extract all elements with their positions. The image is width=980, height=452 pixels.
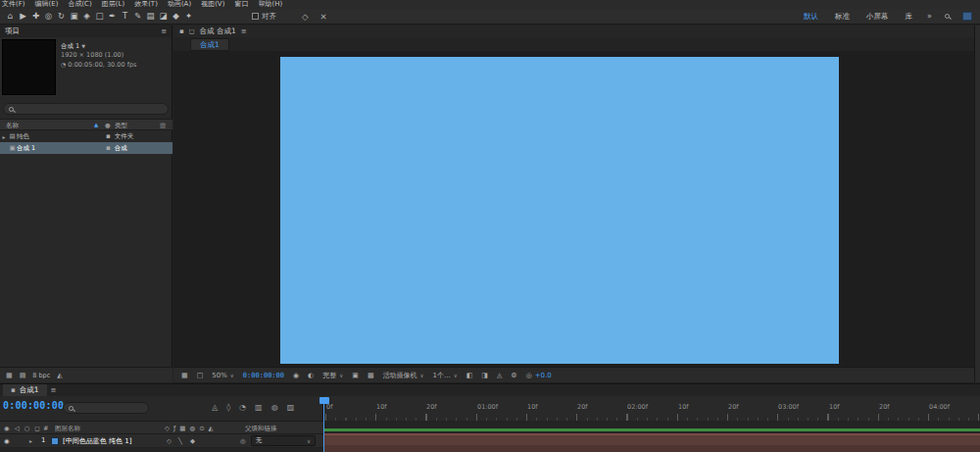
type-tool-icon[interactable]: T [119, 9, 131, 24]
workspace-default[interactable]: 默认 [802, 11, 820, 23]
bit-depth-button[interactable]: 8 bpc [32, 372, 50, 379]
workspace-standard[interactable]: 标准 [833, 11, 852, 23]
layer-collapse-switch-icon[interactable]: ◆ [190, 437, 195, 445]
video-column-icon[interactable]: ◉ [4, 425, 10, 432]
motion-blur-icon[interactable]: ◍ [271, 403, 278, 412]
mask-tool-icon[interactable]: □ [93, 9, 106, 24]
layer-label-chip[interactable] [51, 437, 59, 445]
viewer-timecode[interactable]: 0:00:00:00 [243, 372, 284, 379]
item-name[interactable]: 合成 1 [17, 144, 35, 153]
workspace-small-screen[interactable]: 小屏幕 [864, 11, 891, 23]
layer-eye-icon[interactable]: ◉ [4, 437, 10, 445]
interpret-footage-icon[interactable]: ▦ [6, 372, 13, 379]
comp-breadcrumb[interactable]: 合成1 [190, 38, 229, 51]
comp-panel-menu-icon[interactable]: ≡ [241, 27, 247, 35]
rotation-tool-icon[interactable]: ↻ [55, 9, 68, 24]
comp-panel-title[interactable]: 合成 合成1 [200, 26, 236, 36]
fast-previews-icon[interactable]: ◨ [481, 372, 488, 379]
3d-switch-icon[interactable]: ◭ [209, 425, 214, 432]
grid-options-icon[interactable]: ▦ [181, 372, 188, 379]
draft-3d-icon[interactable]: ◊ [226, 403, 230, 412]
menu-window[interactable]: 窗口 [234, 0, 248, 9]
audio-column-icon[interactable]: ◁ [15, 425, 20, 432]
snap-toggle[interactable]: 对齐 [252, 12, 276, 22]
layer-row-1[interactable]: ◉ ▸ 1 [中间色品蓝色 纯色 1] ◇ ╲ ◆ ◎ 无 ∨ [0, 434, 323, 448]
lock-column-icon[interactable]: ◻ [34, 425, 39, 432]
sort-ascending-icon[interactable]: ▲ [94, 122, 98, 127]
workspace-search-icon[interactable] [945, 14, 950, 19]
comp-mini-flowchart-icon[interactable]: ◬ [212, 403, 218, 412]
show-snapshot-icon[interactable]: ◐ [308, 372, 314, 379]
current-time-display[interactable]: 0:00:00:00 [3, 400, 64, 411]
project-panel-title[interactable]: 项目 [5, 26, 20, 36]
hide-shy-layers-icon[interactable]: ◔ [239, 403, 246, 412]
layer-slash-switch-icon[interactable]: ╲ [178, 437, 182, 445]
layer-duration-bar[interactable] [323, 433, 980, 452]
clone-stamp-tool-icon[interactable]: ▤ [144, 9, 157, 24]
view-layout-dropdown[interactable]: 1个... ∨ [433, 371, 458, 380]
pixel-aspect-icon[interactable]: ◧ [466, 372, 473, 379]
project-row-comp1[interactable]: ▣ 合成 1 ▪ 合成 [0, 142, 172, 154]
item-name[interactable]: 纯色 [17, 132, 29, 141]
magnification-dropdown[interactable]: 50% ∨ [212, 372, 234, 379]
menu-composition[interactable]: 合成(C) [68, 0, 91, 9]
fx-switch-icon[interactable]: ƒ [173, 425, 175, 432]
home-tool-icon[interactable]: ⌂ [4, 9, 17, 24]
label-column-icon[interactable]: ● [105, 122, 111, 129]
layer-name[interactable]: [中间色品蓝色 纯色 1] [63, 436, 131, 446]
gear-icon[interactable]: ⚙ [511, 372, 516, 379]
timeline-ruler[interactable]: 0f 10f 20f 01:00f 10f 20f 02:00f 10f 20f… [323, 396, 980, 421]
folder-expand-icon[interactable]: ▸ [0, 133, 8, 140]
camera-tool-icon[interactable]: ▣ [68, 9, 80, 24]
snap-checkbox[interactable] [252, 13, 259, 20]
mask-visibility-icon[interactable]: □ [197, 372, 204, 379]
workspace-overflow-icon[interactable]: » [927, 12, 932, 21]
zoom-tool-icon[interactable]: ◎ [42, 9, 55, 24]
timeline-jump-icon[interactable]: ◬ [497, 372, 502, 379]
resolution-dropdown[interactable]: 完整 ∨ [322, 371, 343, 380]
project-search-input[interactable] [3, 103, 169, 115]
project-row-solids-folder[interactable]: ▸ ▤ 纯色 ▪ 文件夹 [0, 130, 172, 142]
layer-quality-switch-icon[interactable]: ◇ [167, 437, 172, 445]
hand-tool-icon[interactable]: ✚ [29, 9, 42, 24]
column-type-header[interactable]: 类型 [115, 122, 127, 130]
menu-help[interactable]: 帮助(H) [258, 0, 282, 9]
adjustment-switch-icon[interactable]: ⊙ [199, 425, 204, 432]
snapshot-icon[interactable]: ◉ [293, 372, 299, 379]
timeline-search-input[interactable] [63, 402, 149, 414]
puppet-pin-tool-icon[interactable]: ✦ [182, 9, 195, 24]
menu-effect[interactable]: 效果(T) [134, 0, 158, 9]
menu-layer[interactable]: 图层(L) [102, 0, 124, 9]
new-folder-icon[interactable]: ▤ [20, 372, 26, 379]
roto-brush-tool-icon[interactable]: ◆ [170, 9, 182, 24]
selection-tool-icon[interactable]: ▶ [17, 9, 29, 24]
brush-tool-icon[interactable]: ✎ [131, 9, 144, 24]
pan-behind-tool-icon[interactable]: ◈ [80, 9, 93, 24]
pen-tool-icon[interactable]: ✒ [106, 9, 119, 24]
timeline-panel-menu-icon[interactable]: ≡ [51, 386, 57, 394]
parent-dropdown[interactable]: 无 ∨ [251, 435, 316, 446]
layer-expand-icon[interactable]: ▸ [29, 437, 32, 444]
project-panel-menu-icon[interactable]: ≡ [161, 27, 167, 35]
column-options-icon[interactable]: ▥ [160, 122, 166, 129]
viewer-lock-icon[interactable]: ◻ [189, 27, 195, 35]
new-composition-icon[interactable]: ◭ [57, 372, 62, 379]
column-name-header[interactable]: 名称 [6, 122, 19, 130]
right-panel-rail[interactable] [974, 25, 980, 382]
menu-animation[interactable]: 动画(A) [168, 0, 191, 9]
eraser-tool-icon[interactable]: ◪ [157, 9, 170, 24]
menu-edit[interactable]: 编辑(E) [35, 0, 59, 9]
workspace-library[interactable]: 库 [904, 11, 915, 23]
camera-dropdown[interactable]: 活动摄像机 ∨ [383, 371, 424, 380]
mask-feather-icon[interactable]: ◇ [302, 12, 309, 22]
transparency-grid-icon[interactable]: ▩ [368, 372, 374, 379]
region-of-interest-icon[interactable]: ▣ [352, 372, 359, 379]
target-icon[interactable]: ✕ [320, 12, 327, 22]
parent-pick-whip-icon[interactable]: ◎ [240, 437, 246, 445]
menu-view[interactable]: 视图(V) [201, 0, 224, 9]
frame-blend-switch-icon[interactable]: ▦ [179, 425, 185, 432]
motion-blur-switch-icon[interactable]: ◍ [189, 425, 195, 432]
menu-file[interactable]: 文件(F) [2, 0, 25, 9]
timeline-tab-comp1[interactable]: ▪ 合成1 [3, 384, 47, 396]
exposure-control[interactable]: ◎ +0.0 [526, 372, 552, 379]
